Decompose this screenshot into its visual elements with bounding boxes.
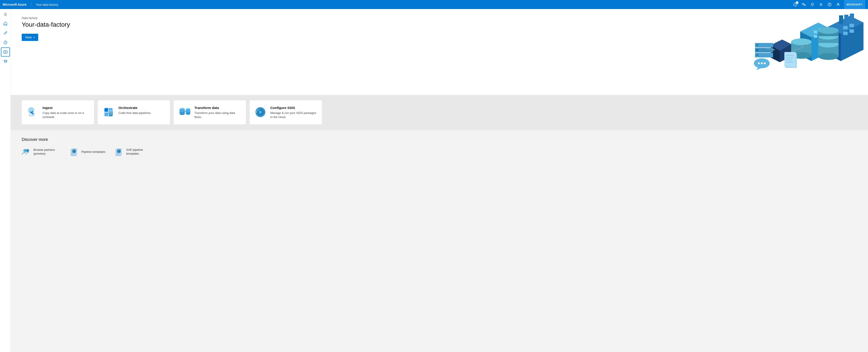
svg-point-99 (117, 151, 121, 153)
svg-point-35 (791, 38, 811, 45)
monitor-icon (3, 40, 8, 45)
home-icon (3, 21, 8, 26)
sap-pipeline-templates-icon (114, 147, 123, 156)
directory-icon (802, 3, 806, 6)
svg-rect-25 (814, 35, 817, 38)
svg-rect-49 (756, 54, 758, 56)
svg-point-7 (837, 3, 839, 4)
sidebar-item-monitor[interactable] (1, 38, 10, 47)
svg-rect-14 (849, 24, 854, 27)
svg-rect-2 (802, 3, 804, 4)
main-content: Data factory Your-data-factory New ▾ (11, 9, 868, 352)
ingest-icon (26, 106, 39, 118)
svg-point-52 (758, 62, 760, 64)
svg-text:?: ? (795, 4, 796, 6)
factory-illustration (741, 9, 868, 86)
discover-items: Browse partners (preview) Pipeline templ… (22, 147, 857, 156)
new-button-label: New (25, 35, 32, 39)
svg-rect-16 (849, 29, 854, 33)
user-account-button[interactable]: MICROSOFT (844, 0, 866, 9)
chevron-down-icon: ▾ (33, 36, 35, 39)
orchestrate-content: Orchestrate Code-free data pipelines. (119, 106, 151, 115)
notification-badge: 1 (796, 1, 798, 4)
svg-point-91 (72, 151, 76, 153)
sidebar (0, 9, 11, 352)
orchestrate-icon (102, 106, 115, 118)
svg-point-4 (820, 4, 822, 5)
learn-icon (3, 59, 8, 64)
bell-button[interactable] (809, 1, 816, 8)
help-icon: ? (828, 3, 831, 6)
svg-rect-66 (104, 108, 108, 112)
svg-rect-9 (4, 51, 7, 53)
ingest-card[interactable]: Ingest Copy data at scale once or on a s… (22, 100, 94, 124)
ingest-title: Ingest (42, 106, 90, 110)
notifications-button[interactable]: ? 1 (792, 1, 799, 8)
expand-icon (4, 13, 7, 16)
sidebar-item-home[interactable] (1, 19, 10, 28)
configure-ssis-title: Configure SSIS (270, 106, 317, 110)
discover-item-browse-partners[interactable]: Browse partners (preview) (22, 147, 61, 156)
switch-directory-button[interactable] (800, 1, 807, 8)
svg-marker-51 (756, 67, 763, 70)
ingest-desc: Copy data at scale once or on a schedule… (42, 111, 90, 119)
svg-rect-68 (104, 113, 108, 116)
pipeline-templates-label: Pipeline templates (81, 150, 105, 154)
transform-content: Transform data Transform your data using… (194, 106, 241, 119)
svg-point-53 (761, 62, 763, 64)
svg-rect-23 (814, 31, 817, 33)
breadcrumb: Data factory (22, 16, 857, 20)
help-button[interactable]: ? (826, 1, 833, 8)
transform-icon (178, 106, 191, 118)
svg-rect-18 (850, 13, 854, 20)
settings-icon (819, 3, 823, 6)
nav-icons: ? 1 ? (792, 0, 866, 9)
discover-section: Discover more Browse partners (preview) (11, 130, 868, 164)
orchestrate-desc: Code-free data pipelines. (119, 111, 151, 115)
settings-button[interactable] (817, 1, 825, 8)
ingest-content: Ingest Copy data at scale once or on a s… (42, 106, 90, 119)
new-button[interactable]: New ▾ (22, 34, 38, 41)
sidebar-item-author[interactable] (1, 28, 10, 37)
svg-rect-56 (784, 52, 796, 67)
svg-point-38 (818, 53, 839, 60)
manage-icon (3, 50, 8, 54)
brand-section: Microsoft Azure Your-data-factory (3, 2, 58, 7)
discover-title: Discover more (22, 137, 857, 142)
hero-illustration (741, 9, 868, 86)
transform-desc: Transform your data using data flows. (194, 111, 241, 119)
orchestrate-title: Orchestrate (119, 106, 151, 110)
sidebar-toggle[interactable] (1, 11, 10, 18)
svg-point-54 (764, 62, 766, 64)
svg-rect-47 (756, 49, 758, 51)
profile-button[interactable] (835, 1, 842, 8)
configure-ssis-content: Configure SSIS Manage & run your SSIS pa… (270, 106, 317, 119)
sidebar-item-learn[interactable] (1, 57, 10, 66)
svg-rect-19 (839, 16, 843, 24)
sap-pipeline-templates-label: SAP pipeline templates (126, 148, 153, 156)
nav-divider (31, 2, 31, 7)
author-icon (3, 31, 8, 35)
svg-point-43 (818, 27, 839, 34)
svg-point-81 (256, 112, 257, 113)
svg-point-78 (186, 112, 190, 115)
top-nav: Microsoft Azure Your-data-factory ? 1 (0, 0, 868, 9)
transform-card[interactable]: Transform data Transform your data using… (174, 100, 246, 124)
bell-icon (811, 3, 814, 6)
feature-cards-section: Ingest Copy data at scale once or on a s… (11, 95, 868, 130)
discover-item-pipeline-templates[interactable]: Pipeline templates (70, 147, 105, 156)
hero-section: Data factory Your-data-factory New ▾ (11, 9, 868, 95)
svg-point-75 (180, 112, 185, 115)
svg-rect-3 (804, 4, 805, 6)
svg-rect-15 (843, 32, 848, 35)
discover-item-sap-pipeline-templates[interactable]: SAP pipeline templates (114, 147, 153, 156)
configure-ssis-desc: Manage & run your SSIS packages in the c… (270, 111, 317, 119)
svg-rect-13 (843, 26, 848, 29)
configure-ssis-icon (254, 106, 267, 118)
configure-ssis-card[interactable]: Configure SSIS Manage & run your SSIS pa… (250, 100, 322, 124)
pipeline-templates-icon (70, 147, 79, 156)
orchestrate-card[interactable]: Orchestrate Code-free data pipelines. (98, 100, 170, 124)
svg-text:?: ? (829, 3, 830, 6)
sidebar-item-manage[interactable] (1, 48, 10, 57)
svg-rect-45 (756, 44, 758, 46)
